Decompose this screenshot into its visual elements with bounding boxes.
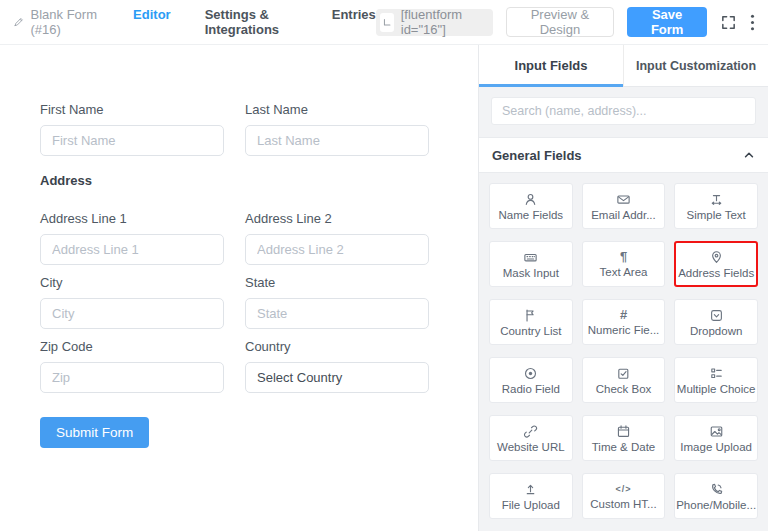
- image-icon: [709, 424, 724, 439]
- shortcode-chip[interactable]: [fluentform id="16"]: [376, 9, 493, 36]
- field-tile-text-area[interactable]: ¶ Text Area: [582, 241, 666, 287]
- email-icon: [616, 192, 631, 207]
- checklist-icon: [709, 366, 724, 381]
- field-tile-email-address[interactable]: Email Addr...: [582, 183, 666, 229]
- tab-input-fields[interactable]: Input Fields: [479, 45, 623, 86]
- field-tile-check-box[interactable]: Check Box: [582, 357, 666, 403]
- dropdown-icon: [709, 308, 724, 323]
- sidebar-tabs: Input Fields Input Customization: [479, 45, 768, 87]
- field-label: State: [245, 275, 429, 290]
- keyboard-icon: [523, 250, 538, 265]
- topbar: Blank Form (#16) Editor Settings & Integ…: [0, 0, 768, 45]
- field-tiles-grid: Name Fields Email Addr... Simple Text Ma…: [479, 173, 768, 529]
- field-tile-label: Mask Input: [503, 267, 559, 279]
- field-tile-phone-mobile[interactable]: Phone/Mobile...: [674, 473, 758, 519]
- general-fields-section-header[interactable]: General Fields: [479, 137, 768, 173]
- map-pin-icon: [709, 250, 724, 265]
- form-title: Blank Form (#16): [31, 7, 114, 37]
- submit-form-button[interactable]: Submit Form: [40, 417, 149, 448]
- field-zip-code[interactable]: Zip Code: [40, 339, 224, 393]
- tab-entries[interactable]: Entries: [332, 7, 376, 37]
- tab-settings-integrations[interactable]: Settings & Integrations: [205, 7, 298, 37]
- field-last-name[interactable]: Last Name: [245, 102, 429, 156]
- tab-input-customization[interactable]: Input Customization: [623, 45, 768, 86]
- search-input[interactable]: [491, 97, 756, 125]
- field-tile-website-url[interactable]: Website URL: [489, 415, 573, 461]
- field-tile-address-fields[interactable]: Address Fields: [674, 241, 758, 287]
- field-tile-label: Radio Field: [502, 383, 560, 395]
- form-editor-canvas: First Name Last Name Address Address Lin…: [0, 45, 478, 531]
- address-line-2-input[interactable]: [245, 234, 429, 265]
- field-label: Zip Code: [40, 339, 224, 354]
- field-tile-label: File Upload: [502, 499, 560, 511]
- field-tile-label: Website URL: [497, 441, 565, 453]
- field-tile-name-fields[interactable]: Name Fields: [489, 183, 573, 229]
- field-tile-time-date[interactable]: Time & Date: [582, 415, 666, 461]
- code-icon: </>: [615, 482, 631, 496]
- address-section-heading: Address: [40, 173, 478, 188]
- field-label: City: [40, 275, 224, 290]
- pilcrow-icon: ¶: [620, 250, 627, 264]
- country-select[interactable]: Select Country: [245, 362, 429, 393]
- fields-sidebar: Input Fields Input Customization General…: [478, 45, 768, 531]
- field-label: First Name: [40, 102, 224, 117]
- city-input[interactable]: [40, 298, 224, 329]
- field-tile-label: Email Addr...: [591, 209, 656, 221]
- preview-design-button[interactable]: Preview & Design: [506, 7, 615, 37]
- section-title: General Fields: [492, 148, 582, 163]
- field-address-line-1[interactable]: Address Line 1: [40, 211, 224, 265]
- field-address-line-2[interactable]: Address Line 2: [245, 211, 429, 265]
- field-label: Country: [245, 339, 429, 354]
- shortcode-icon: [380, 13, 394, 32]
- field-state[interactable]: State: [245, 275, 429, 329]
- field-tile-country-list[interactable]: Country List: [489, 299, 573, 345]
- field-tile-simple-text[interactable]: Simple Text: [674, 183, 758, 229]
- link-icon: [523, 424, 538, 439]
- tab-editor[interactable]: Editor: [133, 7, 171, 37]
- hash-icon: #: [620, 308, 627, 322]
- save-form-button[interactable]: Save Form: [627, 7, 707, 37]
- field-tile-custom-html[interactable]: </> Custom HT...: [582, 473, 666, 519]
- field-tile-label: Dropdown: [690, 325, 742, 337]
- field-tile-image-upload[interactable]: Image Upload: [674, 415, 758, 461]
- shortcode-text: [fluentform id="16"]: [401, 7, 482, 37]
- text-width-icon: [709, 192, 724, 207]
- field-city[interactable]: City: [40, 275, 224, 329]
- zip-input[interactable]: [40, 362, 224, 393]
- upload-icon: [523, 482, 538, 497]
- pencil-icon: [13, 15, 25, 29]
- search-wrap: [479, 87, 768, 137]
- state-input[interactable]: [245, 298, 429, 329]
- field-tile-label: Custom HT...: [590, 498, 656, 510]
- field-tile-label: Address Fields: [678, 267, 754, 279]
- field-country[interactable]: Country Select Country: [245, 339, 429, 393]
- field-first-name[interactable]: First Name: [40, 102, 224, 156]
- address-line-1-input[interactable]: [40, 234, 224, 265]
- kebab-menu-icon[interactable]: [750, 14, 755, 31]
- checkbox-icon: [616, 366, 631, 381]
- chevron-up-icon: [743, 149, 755, 161]
- topbar-actions: [fluentform id="16"] Preview & Design Sa…: [376, 7, 755, 37]
- field-tile-multiple-choice[interactable]: Multiple Choice: [674, 357, 758, 403]
- phone-icon: [709, 482, 724, 497]
- radio-icon: [523, 366, 538, 381]
- flag-icon: [523, 308, 538, 323]
- form-title-group[interactable]: Blank Form (#16): [13, 7, 113, 37]
- first-name-input[interactable]: [40, 125, 224, 156]
- field-tile-radio-field[interactable]: Radio Field: [489, 357, 573, 403]
- field-tile-numeric-field[interactable]: # Numeric Fie...: [582, 299, 666, 345]
- field-tile-dropdown[interactable]: Dropdown: [674, 299, 758, 345]
- field-tile-label: Numeric Fie...: [588, 324, 660, 336]
- field-tile-label: Check Box: [596, 383, 652, 395]
- field-tile-label: Simple Text: [687, 209, 746, 221]
- field-tile-label: Image Upload: [680, 441, 752, 453]
- field-tile-file-upload[interactable]: File Upload: [489, 473, 573, 519]
- last-name-input[interactable]: [245, 125, 429, 156]
- fullscreen-icon[interactable]: [720, 14, 737, 31]
- field-tile-label: Time & Date: [592, 441, 655, 453]
- calendar-icon: [616, 424, 631, 439]
- field-label: Address Line 1: [40, 211, 224, 226]
- user-icon: [523, 192, 538, 207]
- field-label: Address Line 2: [245, 211, 429, 226]
- field-tile-mask-input[interactable]: Mask Input: [489, 241, 573, 287]
